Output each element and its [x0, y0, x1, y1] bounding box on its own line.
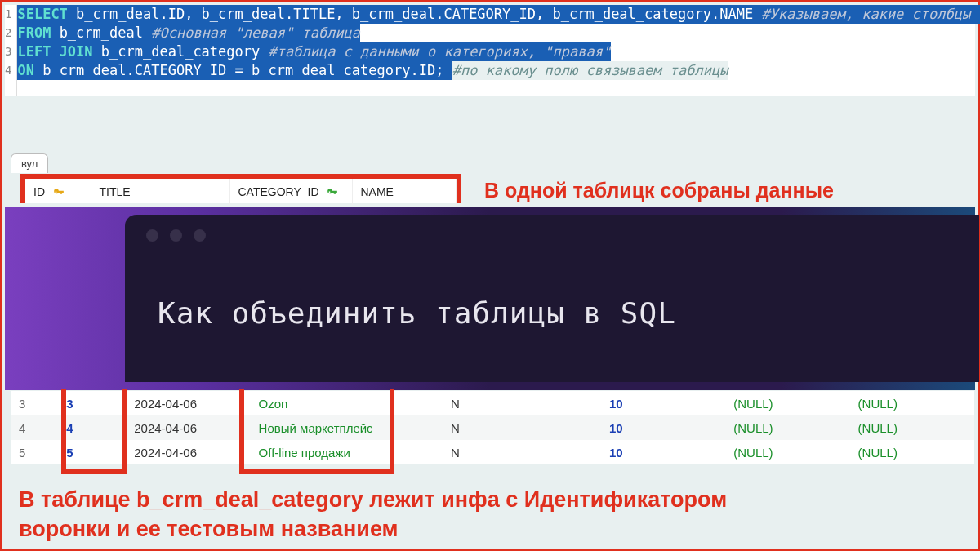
table-row[interactable]: 3 3 2024-04-06 Ozon N 10 (NULL) (NULL) [11, 391, 974, 415]
cell-null: (NULL) [850, 440, 974, 464]
cell-null: (NULL) [725, 391, 849, 415]
sql-columns: b_crm_deal.ID, b_crm_deal.TITLE, b_crm_d… [76, 6, 761, 22]
annotation-top: В одной таблицк собраны данные [484, 179, 834, 202]
dot-icon [170, 229, 182, 242]
sql-line-1[interactable]: SELECT b_crm_deal.ID, b_crm_deal.TITLE, … [17, 5, 980, 24]
screenshot-root: 1 2 3 4 SELECT b_crm_deal.ID, b_crm_deal… [0, 0, 980, 551]
sql-keyword: ON [17, 62, 42, 78]
cell-null: (NULL) [725, 415, 849, 440]
cell-date: 2024-04-06 [126, 415, 250, 440]
sql-keyword: LEFT JOIN [17, 43, 100, 60]
category-table[interactable]: 3 3 2024-04-06 Ozon N 10 (NULL) (NULL) 4… [11, 391, 974, 464]
annotation-line: В таблице b_crm_deal_category лежит инфа… [19, 485, 727, 514]
dot-icon [194, 229, 206, 242]
cell-value: 10 [601, 391, 725, 415]
key-icon [327, 187, 338, 198]
line-number: 2 [5, 24, 16, 42]
annotation-bottom: В таблице b_crm_deal_category лежит инфа… [19, 485, 727, 544]
card-title: Как объединить таблицы в SQL [158, 296, 676, 330]
cell-flag: N [443, 440, 601, 464]
sql-comment: #Основная "левая" таблица [151, 24, 360, 41]
title-card: Как объединить таблицы в SQL [125, 215, 979, 382]
sql-comment: #Указываем, какие столбцы брат [761, 6, 980, 22]
cell-flag: N [443, 415, 601, 440]
result-header-table: ID TITLE CATEGORY_ID NAME [25, 179, 457, 205]
row-number: 5 [11, 440, 58, 464]
cell-value: 10 [601, 440, 725, 464]
highlight-box-name [239, 389, 394, 474]
sql-line-4[interactable]: ON b_crm_deal.CATEGORY_ID = b_crm_deal_c… [17, 61, 980, 80]
result-tab-strip: вул [2, 153, 48, 173]
sql-comment: #таблица с данными о категориях, "правая… [269, 43, 612, 60]
col-label: CATEGORY_ID [238, 185, 319, 198]
row-number: 4 [11, 415, 58, 440]
line-number: 4 [5, 61, 16, 80]
sql-keyword: FROM [17, 24, 59, 41]
dot-icon [146, 229, 158, 242]
annotation-line: воронки и ее тестовым названием [19, 514, 727, 544]
sql-editor[interactable]: 1 2 3 4 SELECT b_crm_deal.ID, b_crm_deal… [5, 5, 975, 96]
cell-value: 10 [601, 415, 725, 440]
cell-null: (NULL) [725, 440, 849, 464]
col-category-id[interactable]: CATEGORY_ID [229, 179, 352, 205]
line-number: 3 [5, 42, 16, 61]
table-row[interactable]: 5 5 2024-04-06 Off-line продажи N 10 (NU… [11, 440, 974, 464]
sql-table: b_crm_deal [60, 24, 152, 41]
col-name[interactable]: NAME [352, 179, 457, 205]
key-icon [53, 187, 65, 198]
cell-date: 2024-04-06 [126, 440, 250, 464]
col-label: NAME [361, 185, 394, 198]
result-header-box: ID TITLE CATEGORY_ID NAME [20, 174, 461, 203]
sql-line-2[interactable]: FROM b_crm_deal #Основная "левая" таблиц… [17, 24, 980, 42]
line-number: 1 [5, 5, 16, 24]
row-number: 3 [11, 391, 58, 415]
line-gutter: 1 2 3 4 [5, 5, 17, 96]
result-tab-partial[interactable]: вул [11, 153, 48, 173]
cell-date: 2024-04-06 [126, 391, 250, 415]
sql-comment: #по какому полю связываем таблицы [452, 62, 728, 78]
sql-line-3[interactable]: LEFT JOIN b_crm_deal_category #таблица с… [17, 42, 980, 61]
cell-null: (NULL) [850, 391, 974, 415]
sql-code[interactable]: SELECT b_crm_deal.ID, b_crm_deal.TITLE, … [17, 5, 980, 96]
window-dots [146, 229, 206, 242]
cell-flag: N [443, 391, 601, 415]
col-label: ID [33, 185, 45, 198]
col-title[interactable]: TITLE [91, 179, 229, 205]
col-id[interactable]: ID [25, 179, 91, 205]
highlight-box-id [61, 389, 127, 474]
table-row[interactable]: 4 4 2024-04-06 Новый маркетплейс N 10 (N… [11, 415, 974, 440]
sql-keyword: SELECT [17, 6, 76, 22]
col-label: TITLE [100, 185, 131, 198]
sql-expression: b_crm_deal.CATEGORY_ID = b_crm_deal_cate… [42, 62, 452, 78]
cell-null: (NULL) [850, 415, 974, 440]
sql-table: b_crm_deal_category [101, 43, 269, 60]
